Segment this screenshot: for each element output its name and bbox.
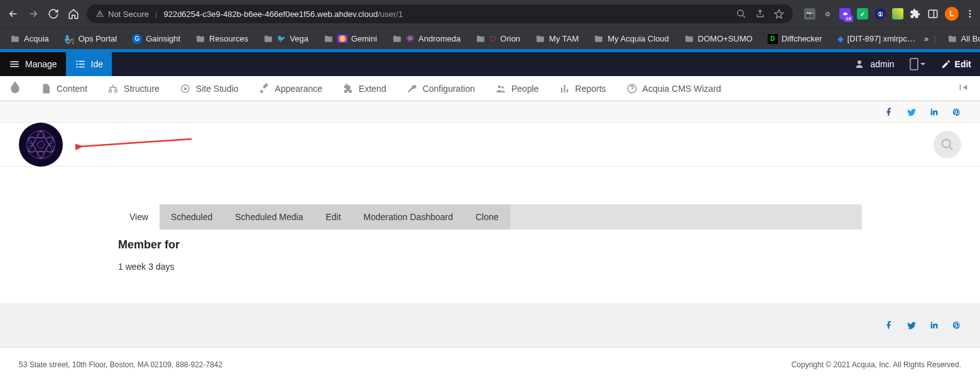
tab-clone[interactable]: Clone <box>464 204 510 230</box>
tab-moderation[interactable]: Moderation Dashboard <box>352 204 464 230</box>
bookmark-acquia[interactable]: Acquia <box>4 31 55 47</box>
menu-label: Configuration <box>423 84 475 94</box>
bookmark-overflow-icon[interactable]: » <box>924 34 928 43</box>
twitter-icon[interactable] <box>907 108 916 116</box>
bookmark-gainsight[interactable]: GGainsight <box>126 31 187 47</box>
menu-label: Structure <box>124 84 160 94</box>
ide-tab[interactable]: Ide <box>66 52 112 76</box>
tab-edit[interactable]: Edit <box>314 204 352 230</box>
footer-copyright: Copyright © 2021 Acquia, Inc. All Rights… <box>792 360 961 369</box>
menu-people[interactable]: People <box>485 76 549 101</box>
svg-rect-1 <box>928 10 937 18</box>
menu-content[interactable]: Content <box>30 76 97 101</box>
twitter-icon[interactable] <box>907 321 916 330</box>
bookmark-andromeda[interactable]: 👾Andromeda <box>386 31 467 47</box>
back-icon[interactable] <box>8 8 19 19</box>
profile-avatar[interactable]: L <box>945 7 959 21</box>
tab-view[interactable]: View <box>118 204 160 230</box>
ext-camera-icon[interactable]: 📷 <box>804 8 815 19</box>
menu-label: People <box>511 84 539 94</box>
warning-icon <box>95 9 104 18</box>
ide-label: Ide <box>91 59 103 69</box>
member-for-value: 1 week 3 days <box>118 262 862 272</box>
reload-icon[interactable] <box>48 8 59 19</box>
menu-dots-icon[interactable] <box>965 9 975 19</box>
circle-icon <box>180 83 191 94</box>
puzzle-icon <box>342 83 354 94</box>
bookmark-bar: Acquia 🧞Ops Portal GGainsight Resources … <box>0 28 980 49</box>
svg-point-15 <box>37 151 44 158</box>
not-secure-label: Not Secure <box>108 9 149 19</box>
menu-site-studio[interactable]: Site Studio <box>170 76 249 101</box>
svg-point-11 <box>27 130 55 158</box>
share-icon[interactable] <box>755 9 765 19</box>
manage-toggle[interactable]: Manage <box>0 52 66 76</box>
svg-line-22 <box>80 139 192 147</box>
tab-scheduled[interactable]: Scheduled <box>160 204 224 230</box>
ext-recycle-icon[interactable]: ♻ <box>822 8 833 19</box>
collapse-toolbar[interactable] <box>950 82 980 94</box>
forward-icon[interactable] <box>28 8 39 19</box>
bookmark-my-tam[interactable]: My TAM <box>529 31 585 47</box>
profile-tabs: View Scheduled Scheduled Media Edit Mode… <box>118 204 862 230</box>
file-icon <box>40 83 52 94</box>
bookmark-label: My Acquia Cloud <box>607 34 669 43</box>
facebook-icon[interactable] <box>885 321 893 330</box>
edit-toggle[interactable]: Edit <box>932 59 980 69</box>
search-button[interactable] <box>934 131 961 158</box>
metatron-icon <box>23 127 58 162</box>
bookmark-orion[interactable]: 🛡Orion <box>469 31 526 47</box>
svg-point-20 <box>37 141 44 148</box>
ext-map-icon[interactable] <box>892 8 903 19</box>
pinterest-icon[interactable] <box>952 321 961 330</box>
bookmark-label: Orion <box>500 34 520 43</box>
ext-green-icon[interactable]: ✓ <box>857 8 868 19</box>
linkedin-icon[interactable] <box>930 321 939 330</box>
menu-extend[interactable]: Extend <box>332 76 396 101</box>
bookmark-domo[interactable]: DOMO+SUMO <box>678 31 759 47</box>
menu-reports[interactable]: Reports <box>549 76 616 101</box>
sidepanel-icon[interactable] <box>927 8 939 19</box>
ext-1password-icon[interactable]: ① <box>874 8 886 19</box>
bookmark-vega[interactable]: 🐦Vega <box>257 31 315 47</box>
device-preview[interactable] <box>903 58 932 70</box>
menu-wizard[interactable]: Acquia CMS Wizard <box>616 76 731 101</box>
extension-icons: 📷 ♻ ❖18 ✓ ① L <box>800 7 975 21</box>
drupal-home-icon[interactable] <box>0 80 30 97</box>
svg-marker-12 <box>28 131 53 151</box>
all-bookmarks[interactable]: All Bookmarks <box>941 31 980 47</box>
tab-filler <box>510 204 862 230</box>
address-bar[interactable]: Not Secure | 922d6254-c3e9-482b-b6ee-466… <box>87 4 793 23</box>
menu-structure[interactable]: Structure <box>97 76 170 101</box>
bookmark-ops-portal[interactable]: 🧞Ops Portal <box>58 31 123 47</box>
star-icon[interactable] <box>774 9 784 19</box>
social-bar-footer <box>0 303 980 347</box>
bookmark-dit897[interactable]: ◆[DIT-897] xmlrpc… <box>831 31 922 46</box>
structure-icon <box>107 83 119 94</box>
tab-scheduled-media[interactable]: Scheduled Media <box>224 204 314 230</box>
bookmark-my-acquia[interactable]: My Acquia Cloud <box>587 31 675 47</box>
collapse-icon <box>959 82 971 92</box>
svg-rect-5 <box>910 58 918 70</box>
linkedin-icon[interactable] <box>930 108 939 116</box>
extensions-icon[interactable] <box>910 8 921 19</box>
menu-label: Reports <box>575 84 606 94</box>
bookmark-gemini[interactable]: ♊Gemini <box>317 31 383 47</box>
bookmark-label: Andromeda <box>418 34 460 43</box>
pencil-icon <box>941 59 951 69</box>
menu-appearance[interactable]: Appearance <box>249 76 333 101</box>
facebook-icon[interactable] <box>885 108 893 116</box>
svg-point-8 <box>498 85 501 88</box>
list-icon <box>75 58 86 70</box>
ext-purple-icon[interactable]: ❖18 <box>839 8 851 19</box>
zoom-icon[interactable] <box>736 9 746 19</box>
home-icon[interactable] <box>68 8 79 19</box>
brush-icon <box>259 83 270 94</box>
pinterest-icon[interactable] <box>952 108 961 116</box>
menu-configuration[interactable]: Configuration <box>396 76 485 101</box>
admin-user[interactable]: admin <box>845 58 903 70</box>
site-logo[interactable] <box>19 123 63 167</box>
edit-label: Edit <box>955 59 971 69</box>
bookmark-resources[interactable]: Resources <box>189 31 254 47</box>
bookmark-diffchecker[interactable]: DDiffchecker <box>761 31 829 47</box>
